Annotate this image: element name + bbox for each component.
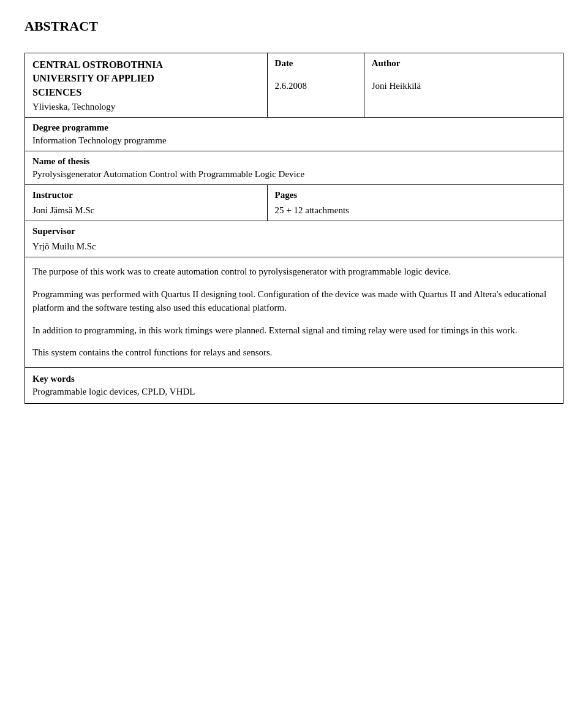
degree-programme-label: Degree programme (32, 123, 556, 133)
header-row: CENTRAL OSTROBOTHNIA UNIVERSITY OF APPLI… (25, 53, 564, 118)
supervisor-value: Yrjö Muilu M.Sc (32, 241, 556, 252)
supervisor-label: Supervisor (32, 226, 556, 237)
name-of-thesis-row: Name of thesis Pyrolysisgenerator Automa… (25, 151, 564, 185)
date-cell: Date 2.6.2008 (267, 53, 364, 118)
instructor-pages-row: Instructor Joni Jämsä M.Sc Pages 25 + 12… (25, 185, 564, 221)
pages-label: Pages (275, 190, 556, 200)
supervisor-cell: Supervisor Yrjö Muilu M.Sc (25, 221, 564, 257)
supervisor-row: Supervisor Yrjö Muilu M.Sc (25, 221, 564, 257)
university-location: Ylivieska, Technology (32, 102, 260, 112)
keywords-cell: Key words Programmable logic devices, CP… (25, 367, 564, 403)
degree-programme-cell: Degree programme Information Technology … (25, 118, 564, 151)
degree-programme-row: Degree programme Information Technology … (25, 118, 564, 151)
name-of-thesis-label: Name of thesis (32, 156, 556, 167)
keywords-label: Key words (32, 374, 556, 384)
abstract-paragraph-1: The purpose of this work was to create a… (32, 265, 556, 279)
abstract-paragraph-4: This system contains the control functio… (32, 346, 556, 360)
abstract-text: The purpose of this work was to create a… (32, 265, 556, 360)
author-label: Author (372, 58, 556, 69)
university-name: CENTRAL OSTROBOTHNIA UNIVERSITY OF APPLI… (32, 58, 260, 99)
name-of-thesis-value: Pyrolysisgenerator Automation Control wi… (32, 169, 556, 180)
author-value: Joni Heikkilä (372, 81, 556, 91)
pages-value: 25 + 12 attachments (275, 205, 556, 216)
abstract-paragraph-3: In addition to programming, in this work… (32, 324, 556, 338)
abstract-cell: The purpose of this work was to create a… (25, 257, 564, 368)
keywords-row: Key words Programmable logic devices, CP… (25, 367, 564, 403)
instructor-value: Joni Jämsä M.Sc (32, 205, 260, 216)
university-cell: CENTRAL OSTROBOTHNIA UNIVERSITY OF APPLI… (25, 53, 268, 118)
name-of-thesis-cell: Name of thesis Pyrolysisgenerator Automa… (25, 151, 564, 185)
instructor-cell: Instructor Joni Jämsä M.Sc (25, 185, 268, 221)
author-cell: Author Joni Heikkilä (364, 53, 563, 118)
keywords-value: Programmable logic devices, CPLD, VHDL (32, 387, 556, 397)
abstract-paragraph-2: Programming was performed with Quartus I… (32, 287, 556, 315)
date-value: 2.6.2008 (275, 81, 356, 91)
pages-cell: Pages 25 + 12 attachments (267, 185, 563, 221)
date-label: Date (275, 58, 356, 69)
instructor-label: Instructor (32, 190, 260, 200)
degree-programme-value: Information Technology programme (32, 135, 556, 146)
page-title: ABSTRACT (24, 18, 564, 34)
abstract-row: The purpose of this work was to create a… (25, 257, 564, 368)
